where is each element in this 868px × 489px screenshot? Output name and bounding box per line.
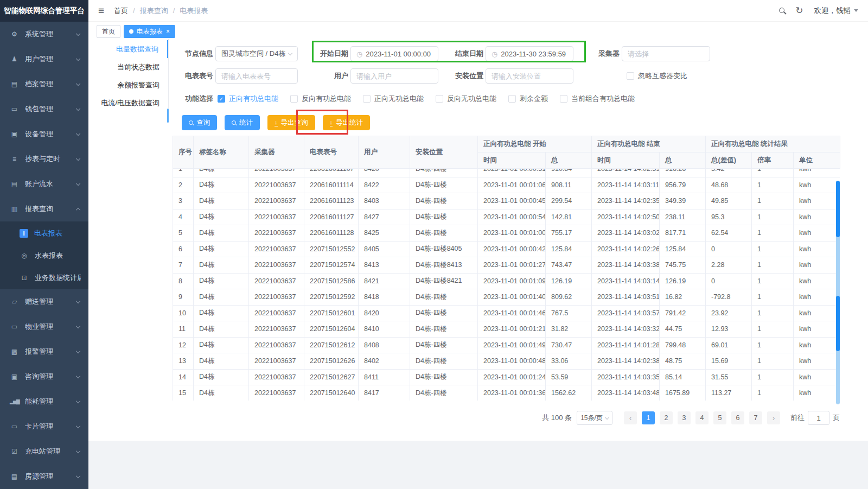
breadcrumb-reports[interactable]: 报表查询 [140, 6, 168, 16]
sidebar-item-property[interactable]: ▭物业管理 [0, 314, 88, 339]
electric-report-icon: I [20, 229, 28, 238]
cell-unit: kwh [794, 193, 840, 209]
page-button-4[interactable]: 4 [695, 411, 709, 424]
page-button-7[interactable]: 7 [749, 411, 762, 424]
sidebar-item-system[interactable]: ⚙系统管理 [0, 22, 88, 47]
sidebar-item-energy[interactable]: ▂▅▇能耗管理 [0, 389, 88, 414]
sidebar-item-charging[interactable]: ☑充电站管理 [0, 439, 88, 464]
tab-electric-report[interactable]: 电表报表 × [124, 25, 175, 38]
chevron-down-icon [76, 448, 80, 453]
checkbox-unchecked[interactable] [290, 95, 298, 103]
page-button-6[interactable]: 6 [731, 411, 744, 424]
location-input[interactable] [486, 68, 573, 84]
goto-page-input[interactable] [808, 411, 829, 425]
cell-end-total: 238.11 [660, 209, 706, 225]
cell-diff-total: 62.54 [706, 225, 752, 242]
sidebar-item-users[interactable]: ♟用户管理 [0, 47, 88, 72]
function-option-5[interactable]: 剩余金额 [508, 94, 548, 104]
page-button-2[interactable]: 2 [660, 411, 673, 424]
subnav-divider [168, 39, 169, 109]
cell-start-time: 2023-11-01 00:01:09 [478, 273, 546, 289]
ignore-ct-checkbox[interactable] [627, 72, 634, 80]
subnav-current-voltage[interactable]: 电流/电压数据查询 [95, 94, 168, 112]
sidebar-item-housing[interactable]: ▤房源管理 [0, 464, 88, 489]
function-option-6[interactable]: 当前组合有功总电能 [560, 94, 635, 104]
start-date-value[interactable] [366, 50, 432, 58]
next-page-button[interactable]: › [767, 411, 780, 424]
cell-end-time: 2023-11-14 14:01:28 [592, 337, 660, 353]
scrollbar-thumb[interactable] [836, 296, 840, 351]
cell-end-time: 2023-11-14 14:02:38 [592, 353, 660, 370]
sidebar-item-consult[interactable]: ▣咨询管理 [0, 364, 88, 389]
prev-page-button[interactable]: ‹ [624, 411, 637, 424]
query-button[interactable]: 查询 [182, 115, 217, 130]
function-option-4[interactable]: 反向无功总电能 [436, 94, 496, 104]
search-icon [189, 120, 193, 125]
close-icon[interactable]: × [166, 28, 170, 35]
cell-start-total: 125.84 [546, 241, 592, 257]
sidebar-item-devices[interactable]: ▣设备管理 [0, 122, 88, 147]
checkbox-unchecked[interactable] [436, 95, 443, 103]
checkbox-checked[interactable]: ✓ [218, 95, 225, 103]
search-icon[interactable] [779, 7, 784, 15]
checkbox-unchecked[interactable] [508, 95, 516, 103]
user-input[interactable] [350, 68, 438, 84]
page-size-select[interactable]: 15条/页 [577, 411, 612, 425]
sidebar-item-business-stats[interactable]: ⊡业务数据统计展示 [0, 266, 88, 289]
page-button-1[interactable]: 1 [642, 411, 655, 424]
cell-user: 8408 [359, 337, 410, 353]
end-date-input[interactable]: ◷ [486, 46, 573, 61]
sidebar-item-account-flow[interactable]: ▤账户流水 [0, 172, 88, 196]
subnav-current-status[interactable]: 当前状态数据 [95, 58, 168, 76]
table-row: 13D4栋202210036372207150126268402D4栋-四楼20… [173, 353, 840, 370]
node-select[interactable]: 图灵城市空间 / D4栋 [215, 46, 298, 61]
account-flow-icon: ▤ [10, 181, 19, 187]
export-stats-button[interactable]: ↓ 导出统计 [323, 115, 371, 130]
sidebar-item-wallet[interactable]: ▭钱包管理 [0, 97, 88, 122]
scrollbar-thumb[interactable] [836, 181, 840, 237]
function-option-2[interactable]: 反向有功总电能 [290, 94, 351, 104]
tab-home[interactable]: 首页 [97, 25, 120, 38]
cell-install-location: D4栋-四楼8421 [410, 273, 478, 289]
cell-meter-no: 220715012586 [304, 273, 359, 289]
cell-diff-total: 48.68 [706, 177, 752, 193]
sidebar-item-electric-report[interactable]: I电表报表 [0, 222, 88, 244]
sidebar-item-gifts[interactable]: ▱赠送管理 [0, 289, 88, 314]
export-query-button[interactable]: ↓ 导出查询 [267, 115, 315, 130]
function-option-3[interactable]: 正向无功总电能 [363, 94, 424, 104]
sidebar-item-cards[interactable]: ▭卡片管理 [0, 414, 88, 439]
hamburger-icon[interactable]: ≡ [98, 5, 104, 16]
cell-collector: 20221003637 [249, 177, 304, 193]
meter-no-input[interactable] [215, 68, 298, 84]
cell-install-location: D4栋-四楼 [410, 305, 478, 321]
function-option-1[interactable]: ✓正向有功总电能 [218, 94, 278, 104]
subnav-electric-data[interactable]: 电量数据查询 [95, 40, 168, 58]
sidebar-item-water-report[interactable]: ◎水表报表 [0, 244, 88, 266]
cell-index: 12 [173, 337, 194, 353]
checkbox-unchecked[interactable] [363, 95, 371, 103]
refresh-icon[interactable]: ↻ [795, 6, 803, 15]
sidebar-item-reports[interactable]: ▥报表查询 [0, 196, 88, 221]
checkbox-unchecked[interactable] [560, 95, 567, 103]
sidebar-item-meter-reading[interactable]: ≡抄表与定时 [0, 147, 88, 172]
collector-input[interactable] [622, 46, 710, 61]
sidebar-item-alarm[interactable]: ▩报警管理 [0, 339, 88, 364]
cell-end-time: 2023-11-14 14:03:57 [592, 305, 660, 321]
breadcrumb-home[interactable]: 首页 [114, 6, 128, 16]
cell-collector: 20221003637 [249, 257, 304, 274]
page-button-3[interactable]: 3 [678, 411, 691, 424]
cell-unit: kwh [794, 305, 840, 321]
start-date-input[interactable]: ◷ [350, 46, 438, 61]
ignore-ct-option[interactable]: 忽略互感器变比 [627, 71, 687, 81]
user-menu[interactable]: 欢迎，钱韬 [814, 6, 859, 16]
cell-ratio: 1 [752, 209, 794, 225]
table-scrollbar[interactable] [836, 181, 840, 404]
subnav-balance-alarm[interactable]: 余额报警查询 [95, 76, 168, 94]
stats-button[interactable]: 统计 [225, 115, 260, 130]
sidebar-item-archives[interactable]: ▤档案管理 [0, 72, 88, 97]
cell-start-total: 126.19 [546, 273, 592, 289]
end-date-value[interactable] [501, 50, 567, 58]
page-button-5[interactable]: 5 [713, 411, 726, 424]
cell-diff-total: -792.8 [706, 289, 752, 306]
cell-start-time: 2023-11-01 00:01:27 [478, 257, 546, 274]
